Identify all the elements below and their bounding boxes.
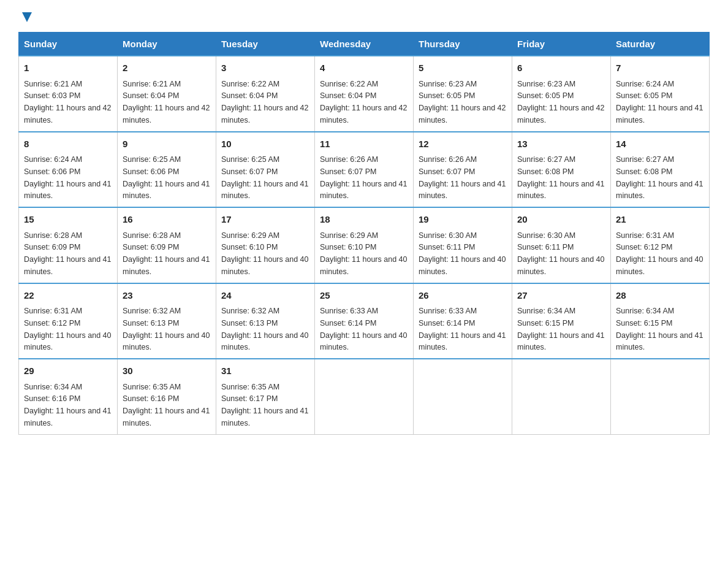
day-number: 26 [419, 289, 507, 303]
calendar-cell [512, 359, 611, 434]
day-daylight: Daylight: 11 hours and 40 minutes. [123, 331, 210, 352]
day-number: 16 [123, 213, 211, 227]
day-sunset: Sunset: 6:12 PM [616, 243, 672, 251]
calendar-cell: 31Sunrise: 6:35 AMSunset: 6:17 PMDayligh… [216, 359, 315, 434]
day-daylight: Daylight: 11 hours and 40 minutes. [616, 255, 703, 276]
day-sunrise: Sunrise: 6:21 AM [123, 80, 181, 88]
calendar-cell: 15Sunrise: 6:28 AMSunset: 6:09 PMDayligh… [19, 207, 118, 283]
day-sunrise: Sunrise: 6:31 AM [616, 231, 674, 240]
day-sunrise: Sunrise: 6:33 AM [419, 307, 477, 315]
day-sunset: Sunset: 6:07 PM [419, 167, 475, 176]
calendar-cell: 24Sunrise: 6:32 AMSunset: 6:13 PMDayligh… [216, 283, 315, 359]
day-daylight: Daylight: 11 hours and 41 minutes. [24, 180, 111, 201]
day-daylight: Daylight: 11 hours and 41 minutes. [123, 255, 210, 276]
day-daylight: Daylight: 11 hours and 40 minutes. [221, 331, 308, 352]
calendar-cell: 21Sunrise: 6:31 AMSunset: 6:12 PMDayligh… [611, 207, 710, 283]
day-daylight: Daylight: 11 hours and 42 minutes. [419, 104, 506, 124]
day-sunrise: Sunrise: 6:35 AM [123, 383, 181, 391]
day-sunset: Sunset: 6:08 PM [517, 167, 574, 176]
day-daylight: Daylight: 11 hours and 41 minutes. [419, 180, 506, 201]
day-sunset: Sunset: 6:17 PM [221, 394, 278, 403]
calendar-cell: 25Sunrise: 6:33 AMSunset: 6:14 PMDayligh… [315, 283, 414, 359]
day-number: 28 [616, 289, 704, 303]
day-sunset: Sunset: 6:10 PM [320, 243, 376, 251]
calendar-cell [315, 359, 414, 434]
day-sunset: Sunset: 6:07 PM [320, 167, 376, 176]
day-number: 23 [123, 289, 211, 303]
day-number: 1 [24, 61, 112, 75]
calendar-cell: 14Sunrise: 6:27 AMSunset: 6:08 PMDayligh… [611, 132, 710, 208]
logo-arrow-icon [20, 10, 34, 25]
day-sunrise: Sunrise: 6:31 AM [24, 307, 82, 315]
day-daylight: Daylight: 11 hours and 41 minutes. [419, 331, 506, 352]
calendar-cell: 10Sunrise: 6:25 AMSunset: 6:07 PMDayligh… [216, 132, 315, 208]
day-number: 6 [517, 61, 605, 75]
calendar-cell: 2Sunrise: 6:21 AMSunset: 6:04 PMDaylight… [118, 56, 216, 132]
calendar-week-5: 29Sunrise: 6:34 AMSunset: 6:16 PMDayligh… [19, 359, 710, 434]
day-sunset: Sunset: 6:14 PM [419, 319, 475, 327]
weekday-header-friday: Friday [512, 33, 611, 56]
day-number: 3 [221, 61, 309, 75]
day-sunset: Sunset: 6:16 PM [24, 394, 80, 403]
calendar-cell: 5Sunrise: 6:23 AMSunset: 6:05 PMDaylight… [414, 56, 512, 132]
day-daylight: Daylight: 11 hours and 40 minutes. [320, 255, 407, 276]
day-sunset: Sunset: 6:16 PM [123, 394, 179, 403]
day-number: 10 [221, 137, 309, 151]
day-daylight: Daylight: 11 hours and 41 minutes. [24, 255, 111, 276]
day-sunrise: Sunrise: 6:27 AM [517, 155, 575, 164]
calendar-cell: 17Sunrise: 6:29 AMSunset: 6:10 PMDayligh… [216, 207, 315, 283]
day-number: 14 [616, 137, 704, 151]
calendar-header: SundayMondayTuesdayWednesdayThursdayFrid… [19, 33, 710, 56]
calendar-cell: 30Sunrise: 6:35 AMSunset: 6:16 PMDayligh… [118, 359, 216, 434]
day-daylight: Daylight: 11 hours and 40 minutes. [419, 255, 506, 276]
day-daylight: Daylight: 11 hours and 40 minutes. [320, 331, 407, 352]
weekday-header-wednesday: Wednesday [315, 33, 414, 56]
day-number: 9 [123, 137, 211, 151]
calendar-cell: 22Sunrise: 6:31 AMSunset: 6:12 PMDayligh… [19, 283, 118, 359]
day-sunset: Sunset: 6:06 PM [123, 167, 179, 176]
day-daylight: Daylight: 11 hours and 41 minutes. [123, 407, 210, 427]
calendar-week-1: 1Sunrise: 6:21 AMSunset: 6:03 PMDaylight… [19, 56, 710, 132]
day-number: 25 [320, 289, 408, 303]
day-number: 8 [24, 137, 112, 151]
day-sunrise: Sunrise: 6:30 AM [419, 231, 477, 240]
day-daylight: Daylight: 11 hours and 42 minutes. [221, 104, 308, 124]
weekday-header-saturday: Saturday [611, 33, 710, 56]
day-sunrise: Sunrise: 6:28 AM [123, 231, 181, 240]
day-sunrise: Sunrise: 6:25 AM [123, 155, 181, 164]
day-number: 4 [320, 61, 408, 75]
day-sunrise: Sunrise: 6:23 AM [419, 80, 477, 88]
day-number: 2 [123, 61, 211, 75]
day-sunset: Sunset: 6:05 PM [419, 91, 475, 100]
day-sunrise: Sunrise: 6:24 AM [616, 80, 674, 88]
calendar-cell: 8Sunrise: 6:24 AMSunset: 6:06 PMDaylight… [19, 132, 118, 208]
day-number: 22 [24, 289, 112, 303]
day-sunset: Sunset: 6:12 PM [24, 319, 80, 327]
day-number: 29 [24, 364, 112, 378]
day-daylight: Daylight: 11 hours and 42 minutes. [24, 104, 111, 124]
weekday-header-sunday: Sunday [19, 33, 118, 56]
calendar-cell: 23Sunrise: 6:32 AMSunset: 6:13 PMDayligh… [118, 283, 216, 359]
calendar-cell: 27Sunrise: 6:34 AMSunset: 6:15 PMDayligh… [512, 283, 611, 359]
day-sunset: Sunset: 6:15 PM [517, 319, 574, 327]
day-daylight: Daylight: 11 hours and 40 minutes. [221, 255, 308, 276]
day-sunset: Sunset: 6:09 PM [123, 243, 179, 251]
day-number: 7 [616, 61, 704, 75]
calendar-cell: 12Sunrise: 6:26 AMSunset: 6:07 PMDayligh… [414, 132, 512, 208]
day-daylight: Daylight: 11 hours and 40 minutes. [24, 331, 111, 352]
logo [18, 12, 34, 20]
calendar-cell: 16Sunrise: 6:28 AMSunset: 6:09 PMDayligh… [118, 207, 216, 283]
day-daylight: Daylight: 11 hours and 42 minutes. [320, 104, 407, 124]
day-daylight: Daylight: 11 hours and 41 minutes. [24, 407, 111, 427]
day-sunrise: Sunrise: 6:32 AM [221, 307, 279, 315]
day-sunset: Sunset: 6:11 PM [517, 243, 574, 251]
day-sunset: Sunset: 6:15 PM [616, 319, 672, 327]
calendar-cell: 18Sunrise: 6:29 AMSunset: 6:10 PMDayligh… [315, 207, 414, 283]
day-sunset: Sunset: 6:09 PM [24, 243, 80, 251]
day-number: 27 [517, 289, 605, 303]
calendar-cell: 9Sunrise: 6:25 AMSunset: 6:06 PMDaylight… [118, 132, 216, 208]
day-sunset: Sunset: 6:05 PM [517, 91, 574, 100]
day-sunrise: Sunrise: 6:25 AM [221, 155, 279, 164]
day-sunset: Sunset: 6:13 PM [221, 319, 278, 327]
day-daylight: Daylight: 11 hours and 40 minutes. [517, 255, 604, 276]
